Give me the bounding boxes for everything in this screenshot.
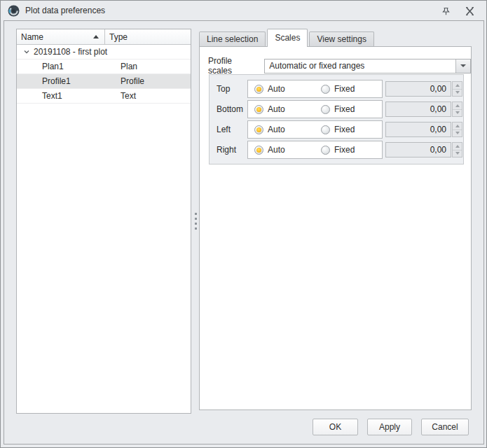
- pin-icon[interactable]: [439, 5, 452, 17]
- chevron-down-icon: [460, 64, 466, 67]
- chevron-down-icon[interactable]: [21, 49, 32, 55]
- plot-items-tree: Name Type 20191108 - first plot Plan1 Pl…: [16, 29, 191, 414]
- spinner-up-icon[interactable]: [453, 102, 462, 110]
- app-logo-icon: [8, 5, 20, 17]
- value-spinbox[interactable]: 0,00: [385, 142, 451, 158]
- auto-radio[interactable]: Auto: [254, 84, 321, 94]
- radio-selected-icon: [254, 125, 263, 134]
- fixed-radio[interactable]: Fixed: [321, 125, 355, 134]
- tree-item-label: 20191108 - first plot: [34, 47, 107, 57]
- tree-item-type: Text: [105, 91, 191, 101]
- radio-selected-icon: [254, 85, 263, 94]
- column-header-name-label: Name: [21, 32, 43, 42]
- tree-item-label: Plan1: [42, 62, 64, 71]
- column-header-type-label: Type: [109, 32, 128, 42]
- tree-row-plot-group[interactable]: 20191108 - first plot: [17, 45, 191, 59]
- fixed-radio[interactable]: Fixed: [321, 145, 355, 155]
- tree-row-text1[interactable]: Text1 Text: [17, 89, 191, 104]
- spinner-down-icon[interactable]: [453, 150, 462, 158]
- value-spinbox[interactable]: 0,00: [385, 122, 451, 137]
- scale-row-top: Top Auto Fixed 0,00: [210, 80, 463, 98]
- spinner-up-icon[interactable]: [453, 143, 462, 150]
- fixed-radio[interactable]: Fixed: [321, 84, 355, 94]
- radio-selected-icon: [254, 146, 263, 155]
- sort-ascending-icon: [93, 35, 99, 38]
- tree-item-label: Text1: [42, 91, 62, 101]
- profile-scales-value: Automatic or fixed ranges: [265, 61, 364, 71]
- radio-unselected-icon: [321, 85, 330, 94]
- value-spinbox[interactable]: 0,00: [385, 81, 451, 97]
- scale-row-right: Right Auto Fixed 0,00: [210, 141, 463, 159]
- tab-scales[interactable]: Scales: [267, 29, 308, 47]
- radio-unselected-icon: [321, 105, 330, 114]
- tab-view-settings[interactable]: View settings: [309, 31, 373, 46]
- panel-splitter[interactable]: [192, 29, 199, 414]
- tree-row-plan1[interactable]: Plan1 Plan: [17, 59, 191, 74]
- window-title: Plot data preferences: [25, 6, 105, 15]
- radio-selected-icon: [254, 105, 263, 114]
- radio-unselected-icon: [321, 146, 330, 155]
- spinner-down-icon[interactable]: [453, 90, 462, 97]
- combobox-dropdown-button[interactable]: [455, 59, 470, 73]
- scale-row-left: Left Auto Fixed 0,00: [210, 120, 463, 139]
- auto-radio[interactable]: Auto: [254, 125, 321, 134]
- tree-item-type: Plan: [105, 62, 191, 71]
- radio-unselected-icon: [321, 125, 330, 134]
- fixed-radio[interactable]: Fixed: [321, 104, 355, 114]
- spinner-down-icon[interactable]: [453, 130, 462, 137]
- tree-item-label: Profile1: [42, 76, 71, 86]
- plot-data-preferences-dialog: Plot data preferences Name Type: [0, 0, 487, 448]
- column-header-name[interactable]: Name: [17, 29, 105, 44]
- scales-ranges-group: Top Auto Fixed 0,00: [209, 74, 464, 164]
- tree-item-type: Profile: [105, 76, 191, 86]
- close-icon[interactable]: [463, 5, 476, 17]
- scale-row-label: Bottom: [217, 104, 243, 114]
- spinner-up-icon[interactable]: [453, 82, 462, 90]
- column-header-type[interactable]: Type: [105, 29, 191, 44]
- scale-row-label: Top: [217, 84, 230, 94]
- tab-bar: Line selection Scales View settings: [199, 29, 376, 46]
- tab-line-selection[interactable]: Line selection: [199, 31, 266, 46]
- tree-row-profile1[interactable]: Profile1 Profile: [17, 74, 191, 89]
- apply-button[interactable]: Apply: [367, 419, 412, 435]
- scale-row-label: Right: [217, 145, 236, 155]
- tree-header: Name Type: [17, 29, 191, 45]
- profile-scales-combobox[interactable]: Automatic or fixed ranges: [264, 59, 471, 74]
- scale-row-bottom: Bottom Auto Fixed 0,00: [210, 100, 463, 118]
- auto-radio[interactable]: Auto: [254, 145, 321, 155]
- ok-button[interactable]: OK: [313, 419, 358, 435]
- spinner-up-icon[interactable]: [453, 122, 462, 130]
- scale-row-label: Left: [217, 125, 231, 134]
- profile-scales-label: Profile scales: [208, 56, 258, 76]
- auto-radio[interactable]: Auto: [254, 104, 321, 114]
- cancel-button[interactable]: Cancel: [421, 419, 469, 435]
- scales-tab-panel: Profile scales Automatic or fixed ranges…: [199, 46, 472, 410]
- spinner-down-icon[interactable]: [453, 110, 462, 117]
- value-spinbox[interactable]: 0,00: [385, 102, 451, 117]
- title-bar[interactable]: Plot data preferences: [1, 1, 486, 20]
